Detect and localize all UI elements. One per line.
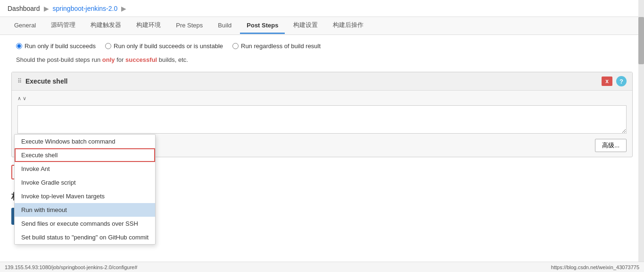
tab-post-build[interactable]: 构建后操作 [326,17,370,34]
info-text-highlight2: successful [125,56,157,63]
tab-build-env[interactable]: 构建环境 [130,17,167,34]
status-right: https://blog.csdn.net/weixin_43073775 [551,264,639,270]
dropdown-set-build-status[interactable]: Set build status to "pending" on GitHub … [15,230,155,244]
radio-option3-input[interactable] [232,43,239,49]
breadcrumb-sep1: ▶ [44,5,49,12]
radio-option2-label: Run only if build succeeds or is unstabl… [114,42,223,50]
dropdown-exec-win-batch[interactable]: Execute Windows batch command [15,135,155,148]
help-button[interactable]: ? [616,76,627,86]
dropdown-run-with-timeout[interactable]: Run with timeout [15,203,155,217]
chevron-up-icon[interactable]: ∧ ∨ [17,95,26,102]
step-box-title: ⠿ Execute shell [17,77,68,85]
radio-option1-label: Run only if build succeeds [25,42,96,50]
tab-build-settings[interactable]: 构建设置 [287,17,324,34]
radio-group: Run only if build succeeds Run only if b… [11,42,633,50]
breadcrumb-bar: Dashboard ▶ springboot-jenkins-2.0 ▶ [0,0,644,17]
delete-step-button[interactable]: x [602,76,612,86]
chevron-row: ∧ ∨ [17,95,627,102]
dropdown-invoke-maven[interactable]: Invoke top-level Maven targets [15,189,155,203]
dropdown-send-files-ssh[interactable]: Send files or execute commands over SSH [15,217,155,230]
step-box-title-text: Execute shell [25,77,68,85]
scrollbar-thumb[interactable] [638,17,644,64]
radio-option3[interactable]: Run regardless of build result [232,42,321,50]
dropdown-invoke-ant[interactable]: Invoke Ant [15,162,155,176]
radio-option1-input[interactable] [16,43,22,49]
breadcrumb-sep2: ▶ [121,5,126,12]
tab-pre-steps[interactable]: Pre Steps [169,18,209,34]
scrollbar[interactable] [638,0,644,272]
dropdown-exec-shell[interactable]: Execute shell [15,148,155,162]
dropdown-menu: Execute Windows batch command Execute sh… [14,134,156,245]
dropdown-invoke-gradle[interactable]: Invoke Gradle script [15,176,155,189]
status-url: 139.155.54.93:1080/job/springboot-jenkin… [5,264,137,270]
breadcrumb-project[interactable]: springboot-jenkins-2.0 [53,5,118,12]
tab-general[interactable]: General [8,18,42,34]
tab-post-steps[interactable]: Post Steps [240,18,285,34]
info-text-highlight: only [102,56,115,63]
advanced-button[interactable]: 高级... [595,139,627,152]
main-content: Run only if build succeeds Run only if b… [0,35,644,272]
step-box-actions: x ? [602,76,627,86]
tab-bar: General 源码管理 构建触发器 构建环境 Pre Steps Build … [0,17,644,35]
radio-option2[interactable]: Run only if build succeeds or is unstabl… [105,42,223,50]
info-text: Should the post-build steps run only for… [11,56,633,63]
grip-icon: ⠿ [17,78,22,85]
radio-option1[interactable]: Run only if build succeeds [16,42,96,50]
tab-source-management[interactable]: 源码管理 [44,17,82,34]
breadcrumb-dashboard[interactable]: Dashboard [8,5,40,12]
shell-textarea[interactable] [17,105,627,134]
radio-option3-label: Run regardless of build result [241,42,321,50]
status-bar: 139.155.54.93:1080/job/springboot-jenkin… [0,262,644,272]
step-box-header: ⠿ Execute shell x ? [12,72,632,91]
radio-option2-input[interactable] [105,43,111,49]
tab-build[interactable]: Build [211,18,238,34]
tab-build-triggers[interactable]: 构建触发器 [84,17,128,34]
